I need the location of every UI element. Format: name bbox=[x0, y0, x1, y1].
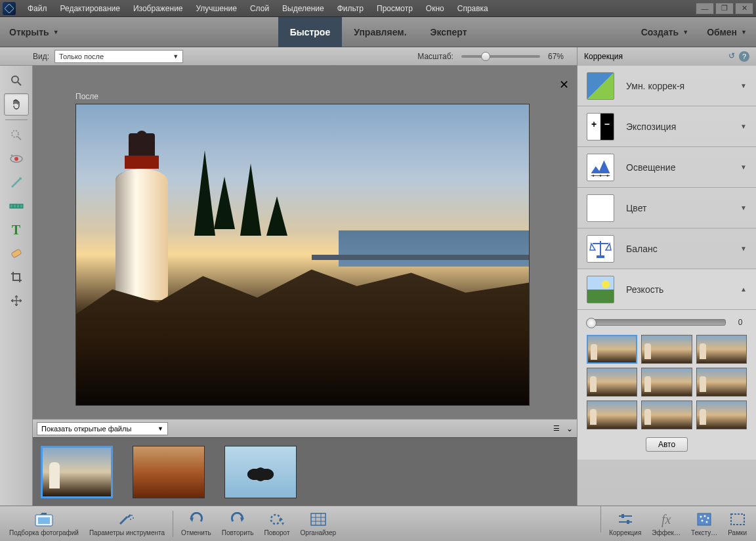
hand-tool[interactable] bbox=[4, 93, 29, 116]
thumbnail-3[interactable] bbox=[224, 446, 297, 498]
frames-button[interactable]: Рамки bbox=[723, 506, 752, 542]
mode-guided[interactable]: Управляем. bbox=[342, 17, 418, 47]
create-button[interactable]: Создать▼ bbox=[632, 17, 698, 47]
window-minimize[interactable]: — bbox=[696, 3, 714, 14]
menu-help[interactable]: Справка bbox=[451, 0, 495, 17]
thumbnail-1[interactable] bbox=[41, 446, 113, 498]
view-dropdown[interactable]: Только после ▼ bbox=[54, 50, 183, 63]
sharpness-slider-handle[interactable] bbox=[586, 318, 597, 328]
chevron-down-icon: ▼ bbox=[740, 82, 747, 89]
adjustments-button[interactable]: Коррекция bbox=[604, 506, 646, 542]
text-tool[interactable]: T bbox=[4, 219, 29, 241]
sharp-preset-4[interactable] bbox=[587, 368, 637, 397]
menu-view[interactable]: Просмотр bbox=[370, 0, 419, 17]
photo-bin-button[interactable]: Подборка фотографий bbox=[4, 506, 84, 542]
mode-quick[interactable]: Быстрое bbox=[278, 17, 343, 47]
move-tool[interactable] bbox=[4, 290, 29, 312]
redeye-tool[interactable]: + bbox=[4, 148, 29, 170]
crop-tool[interactable] bbox=[4, 266, 29, 288]
zoom-tool[interactable] bbox=[4, 70, 29, 92]
svg-point-28 bbox=[130, 519, 131, 520]
zoom-slider[interactable] bbox=[461, 55, 540, 58]
thumbnail-2[interactable] bbox=[133, 446, 205, 498]
textures-button[interactable]: Тексту… bbox=[686, 506, 723, 542]
svg-point-17 bbox=[600, 175, 602, 177]
mode-expert[interactable]: Эксперт bbox=[419, 17, 479, 47]
sharp-preset-8[interactable] bbox=[641, 400, 692, 429]
svg-rect-21 bbox=[597, 255, 604, 258]
undo-button[interactable]: Отменить bbox=[176, 506, 217, 542]
sharpness-slider[interactable] bbox=[587, 319, 726, 326]
quick-select-tool[interactable] bbox=[4, 124, 29, 146]
sharp-preset-5[interactable] bbox=[641, 368, 692, 397]
redo-button[interactable]: Повторить bbox=[217, 506, 259, 542]
bottom-bar: Подборка фотографий Параметры инструмент… bbox=[0, 506, 756, 541]
spot-heal-tool[interactable] bbox=[4, 242, 29, 265]
canvas-label: После bbox=[75, 92, 98, 101]
share-button[interactable]: Обмен▼ bbox=[698, 17, 756, 47]
svg-point-46 bbox=[707, 517, 709, 519]
menu-window[interactable]: Окно bbox=[419, 0, 451, 17]
open-files-dropdown[interactable]: Показать открытые файлы ▼ bbox=[37, 422, 168, 435]
rotate-button[interactable]: ▾ Поворот bbox=[259, 506, 295, 542]
sharp-preset-2[interactable] bbox=[641, 335, 692, 364]
adj-exposure[interactable]: Экспозиция ▼ bbox=[578, 106, 756, 147]
adj-smart-fix[interactable]: Умн. коррек-я ▼ bbox=[578, 66, 756, 106]
svg-text:+: + bbox=[10, 154, 13, 158]
adj-color[interactable]: Цвет ▼ bbox=[578, 188, 756, 228]
adj-lighting[interactable]: Освещение ▼ bbox=[578, 147, 756, 188]
straighten-tool[interactable] bbox=[4, 195, 29, 217]
zoom-section: Масштаб: 67% bbox=[417, 52, 577, 61]
balance-icon bbox=[587, 235, 614, 263]
zoom-slider-handle[interactable] bbox=[481, 52, 490, 61]
sharp-preset-6[interactable] bbox=[696, 368, 747, 397]
window-maximize[interactable]: ❐ bbox=[715, 3, 734, 14]
sliders-icon bbox=[618, 511, 633, 528]
menu-image[interactable]: Изображение bbox=[127, 0, 190, 17]
sharp-preset-3[interactable] bbox=[696, 335, 747, 364]
adj-balance[interactable]: Баланс ▼ bbox=[578, 228, 756, 269]
tool-options-button[interactable]: Параметры инструмента bbox=[84, 506, 170, 542]
sharp-preset-7[interactable] bbox=[587, 400, 637, 429]
reset-icon[interactable]: ↺ bbox=[728, 51, 735, 62]
svg-point-44 bbox=[700, 516, 702, 518]
mode-tabs: Быстрое Управляем. Эксперт bbox=[278, 17, 479, 47]
svg-rect-14 bbox=[10, 249, 21, 258]
chevron-down-icon: ▼ bbox=[158, 425, 163, 432]
whiten-teeth-tool[interactable] bbox=[4, 171, 29, 194]
menu-file[interactable]: Файл bbox=[21, 0, 54, 17]
adj-sharpness[interactable]: Резкость ▲ bbox=[578, 269, 756, 310]
options-bar: Вид: Только после ▼ Масштаб: 67% bbox=[0, 47, 577, 66]
bb-label: Органайзер bbox=[301, 529, 337, 536]
chevron-down-icon: ▼ bbox=[740, 123, 747, 130]
close-document-button[interactable]: ✕ bbox=[559, 77, 569, 92]
svg-point-26 bbox=[131, 515, 133, 516]
tool-options-icon bbox=[118, 511, 135, 528]
bb-label: Рамки bbox=[728, 529, 747, 536]
help-icon[interactable]: ? bbox=[739, 51, 749, 62]
menu-select[interactable]: Выделение bbox=[276, 0, 331, 17]
open-button[interactable]: Открыть▼ bbox=[0, 17, 68, 47]
menu-edit[interactable]: Редактирование bbox=[54, 0, 127, 17]
separator bbox=[600, 506, 601, 532]
filebar: Показать открытые файлы ▼ ☰ ⌄ bbox=[33, 419, 577, 437]
image-canvas[interactable] bbox=[75, 104, 530, 406]
adj-label: Освещение bbox=[626, 162, 675, 173]
menu-enhance[interactable]: Улучшение bbox=[190, 0, 243, 17]
menu-filter[interactable]: Фильтр bbox=[331, 0, 370, 17]
menu-layer[interactable]: Слой bbox=[243, 0, 276, 17]
bb-label: Коррекция bbox=[609, 529, 641, 536]
window-close[interactable]: ✕ bbox=[735, 3, 753, 14]
bottom-right-group: Коррекция fx Эффек… Тексту… Рамки bbox=[598, 506, 752, 542]
effects-button[interactable]: fx Эффек… bbox=[646, 506, 686, 542]
auto-button[interactable]: Авто bbox=[646, 437, 688, 452]
list-icon[interactable]: ☰ bbox=[553, 424, 560, 433]
organizer-button[interactable]: Органайзер bbox=[295, 506, 342, 542]
sharp-preset-1[interactable] bbox=[587, 335, 637, 364]
collapse-icon[interactable]: ⌄ bbox=[566, 424, 573, 433]
bb-label: Поворот bbox=[264, 529, 290, 536]
sharp-preset-9[interactable] bbox=[696, 400, 747, 429]
svg-line-4 bbox=[18, 137, 21, 140]
frames-icon bbox=[730, 511, 746, 528]
svg-point-48 bbox=[706, 521, 708, 523]
